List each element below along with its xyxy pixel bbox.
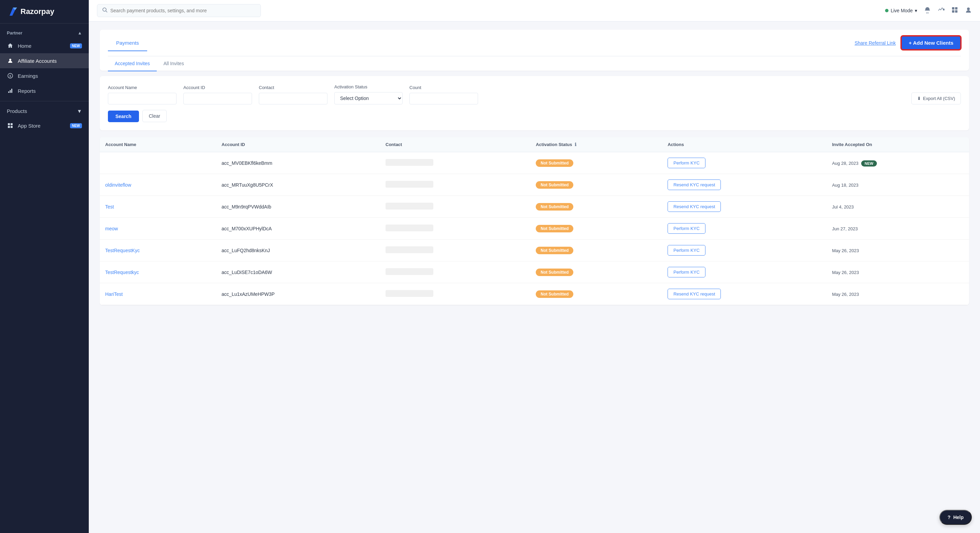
action-button[interactable]: Perform KYC: [668, 245, 705, 255]
sidebar-item-earnings-label: Earnings: [18, 73, 38, 79]
cell-account-name[interactable]: oldinviteflow: [100, 174, 216, 196]
partner-section-label: Partner ▲: [0, 24, 89, 38]
invite-date-text: May 26, 2023: [832, 292, 859, 297]
invite-date-text: Jun 27, 2023: [832, 226, 858, 232]
status-badge: Not Submitted: [536, 203, 573, 211]
cell-actions: Perform KYC: [662, 262, 826, 283]
cell-activation-status: Not Submitted: [530, 196, 662, 218]
contact-placeholder: [385, 203, 433, 209]
search-button[interactable]: Search: [108, 111, 139, 122]
account-name-link[interactable]: Test: [105, 204, 114, 209]
grid-icon[interactable]: [951, 6, 958, 15]
cell-account-name: [100, 152, 216, 174]
count-filter: Count 25: [409, 85, 478, 105]
count-input[interactable]: 25: [409, 93, 478, 105]
table-row: TestRequestKycacc_LuFQ2hd8nksKnJNot Subm…: [100, 240, 969, 262]
status-badge: Not Submitted: [536, 159, 573, 167]
contact-input[interactable]: [259, 93, 328, 105]
data-table: Account Name Account ID Contact Activati…: [100, 137, 969, 305]
share-referral-button[interactable]: Share Referral Link: [855, 40, 896, 46]
account-name-link[interactable]: meow: [105, 226, 118, 232]
sidebar-item-app-store-label: App Store: [18, 123, 41, 128]
action-button[interactable]: Perform KYC: [668, 267, 705, 278]
cell-invite-date: Jul 4, 2023: [827, 196, 969, 218]
cell-contact: [380, 196, 530, 218]
activation-status-select[interactable]: Select Option Submitted Not Submitted Ac…: [334, 92, 402, 105]
account-id-input[interactable]: [183, 93, 252, 105]
products-section-header[interactable]: Products ▼: [0, 104, 89, 118]
contact-placeholder: [385, 159, 433, 166]
help-button[interactable]: ? Help: [939, 510, 972, 525]
account-name-link[interactable]: oldinviteflow: [105, 182, 131, 188]
help-icon: ?: [948, 515, 951, 520]
action-button[interactable]: Perform KYC: [668, 158, 705, 168]
content-area: Payments Share Referral Link + Add New C…: [89, 22, 980, 533]
sidebar-item-reports[interactable]: Reports: [0, 83, 89, 98]
sidebar-item-home[interactable]: Home NEW: [0, 38, 89, 53]
table-body: acc_MV0EBKfl6keBmmNot SubmittedPerform K…: [100, 152, 969, 305]
account-name-link[interactable]: HariTest: [105, 292, 123, 297]
search-box[interactable]: [97, 4, 261, 17]
sub-tabs: Accepted Invites All Invites: [108, 56, 961, 71]
live-mode-toggle[interactable]: Live Mode ▾: [885, 8, 917, 13]
cell-account-id: acc_LuFQ2hd8nksKnJ: [216, 240, 380, 262]
status-badge: Not Submitted: [536, 290, 573, 298]
activity-icon[interactable]: [938, 6, 945, 15]
cell-account-id: acc_LuDiSE7c1oDA6W: [216, 262, 380, 283]
svg-rect-15: [952, 7, 955, 10]
svg-text:$: $: [9, 75, 11, 78]
user-icon[interactable]: [965, 6, 972, 15]
clear-button[interactable]: Clear: [142, 110, 167, 122]
cell-account-name[interactable]: meow: [100, 218, 216, 240]
svg-rect-18: [955, 10, 958, 13]
col-account-id: Account ID: [216, 137, 380, 152]
search-input[interactable]: [110, 8, 256, 13]
contact-placeholder: [385, 225, 433, 232]
cell-account-id: acc_M9n9rqPVWddAIb: [216, 196, 380, 218]
cell-account-name[interactable]: HariTest: [100, 283, 216, 305]
svg-rect-11: [11, 126, 13, 128]
chevron-down-icon: ▾: [915, 8, 917, 13]
tab-all-invites[interactable]: All Invites: [157, 56, 191, 71]
status-badge: Not Submitted: [536, 181, 573, 189]
live-dot-icon: [885, 9, 888, 12]
col-contact: Contact: [380, 137, 530, 152]
export-all-button[interactable]: ⬇ Export All (CSV): [912, 92, 961, 105]
accounts-icon: [7, 57, 14, 64]
table-row: oldinviteflowacc_MRTuuXg8U5PCrXNot Submi…: [100, 174, 969, 196]
add-new-clients-button[interactable]: + Add New Clients: [901, 36, 961, 50]
cell-account-id: acc_MV0EBKfl6keBmm: [216, 152, 380, 174]
cell-invite-date: Aug 28, 2023NEW: [827, 152, 969, 174]
cell-actions: Perform KYC: [662, 152, 826, 174]
filter-row: Account Name Account ID Contact Activati…: [108, 84, 961, 105]
home-icon: [7, 42, 14, 49]
account-name-link[interactable]: TestRequestKyc: [105, 248, 140, 253]
svg-rect-16: [955, 7, 958, 10]
filter-actions: Search Clear: [108, 110, 961, 122]
cell-account-name[interactable]: TestRequestkyc: [100, 262, 216, 283]
tab-payments[interactable]: Payments: [108, 35, 147, 51]
action-button[interactable]: Perform KYC: [668, 223, 705, 234]
razorpay-logo-icon: [7, 6, 18, 17]
action-button[interactable]: Resend KYC request: [668, 201, 721, 212]
sidebar-divider: [0, 101, 89, 102]
account-name-link[interactable]: TestRequestkyc: [105, 270, 139, 275]
sidebar-item-app-store[interactable]: App Store NEW: [0, 118, 89, 133]
activation-status-label: Activation Status: [334, 84, 402, 89]
cell-activation-status: Not Submitted: [530, 283, 662, 305]
products-label: Products: [7, 108, 27, 114]
table-row: TestRequestkycacc_LuDiSE7c1oDA6WNot Subm…: [100, 262, 969, 283]
bell-icon[interactable]: [924, 6, 931, 15]
live-mode-label: Live Mode: [891, 8, 913, 13]
account-id-label: Account ID: [183, 85, 252, 90]
svg-point-12: [103, 8, 106, 11]
tab-accepted-invites[interactable]: Accepted Invites: [108, 56, 157, 71]
sidebar-item-earnings[interactable]: $ Earnings: [0, 68, 89, 83]
action-button[interactable]: Resend KYC request: [668, 289, 721, 299]
action-button[interactable]: Resend KYC request: [668, 179, 721, 190]
svg-rect-17: [952, 10, 955, 13]
cell-account-name[interactable]: TestRequestKyc: [100, 240, 216, 262]
account-name-input[interactable]: [108, 93, 177, 105]
cell-account-name[interactable]: Test: [100, 196, 216, 218]
sidebar-item-affiliate-accounts[interactable]: Affiliate Accounts: [0, 53, 89, 68]
